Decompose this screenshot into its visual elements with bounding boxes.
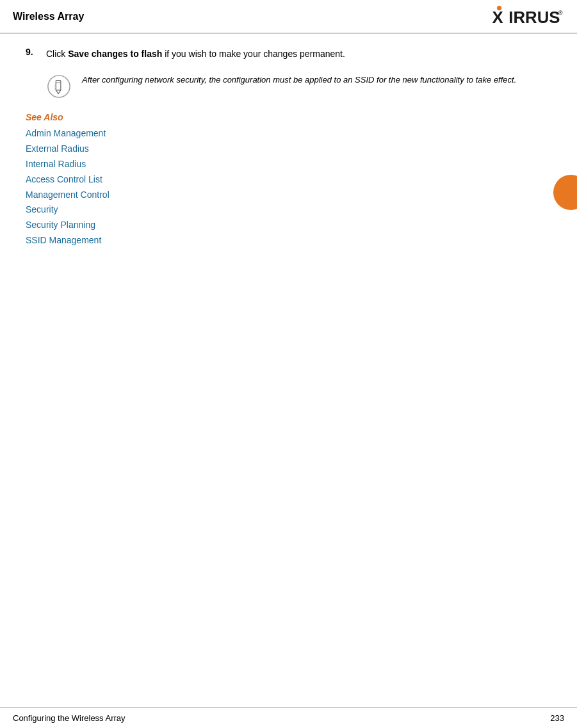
svg-point-4 [48,76,70,97]
footer-page-number: 233 [550,713,564,723]
page-header: Wireless Array X IRRUS ® [0,0,577,34]
see-also-title: See Also [26,112,551,122]
side-tab [553,175,577,210]
see-also-link-internal-radius[interactable]: Internal Radius [26,157,551,172]
step-9-container: 9. Click Save changes to flash if you wi… [26,47,551,61]
step-number: 9. [26,47,38,61]
note-icon [46,74,72,99]
xirrus-logo: X IRRUS ® [487,5,564,28]
see-also-section: See Also Admin Management External Radiu… [26,112,551,248]
svg-text:®: ® [558,10,563,16]
footer-left-text: Configuring the Wireless Array [13,713,126,723]
see-also-link-management-control[interactable]: Management Control [26,188,551,203]
note-box: After configuring network security, the … [46,74,551,99]
svg-marker-6 [56,90,61,94]
main-content: 9. Click Save changes to flash if you wi… [0,34,577,261]
svg-rect-5 [56,81,61,90]
logo-container: X IRRUS ® [487,5,564,28]
note-text: After configuring network security, the … [82,74,516,87]
see-also-link-admin-management[interactable]: Admin Management [26,126,551,142]
save-changes-flash-text: Save changes to flash [68,49,162,59]
svg-text:IRRUS: IRRUS [508,8,560,26]
svg-text:X: X [492,8,503,26]
see-also-link-security-planning[interactable]: Security Planning [26,218,551,233]
pencil-note-icon [47,74,71,99]
step-text: Click Save changes to flash if you wish … [46,47,345,61]
see-also-link-ssid-management[interactable]: SSID Management [26,233,551,248]
see-also-link-external-radius[interactable]: External Radius [26,142,551,157]
header-title: Wireless Array [13,11,84,22]
page-footer: Configuring the Wireless Array 233 [0,707,577,728]
see-also-link-security[interactable]: Security [26,202,551,218]
see-also-link-access-control-list[interactable]: Access Control List [26,172,551,188]
